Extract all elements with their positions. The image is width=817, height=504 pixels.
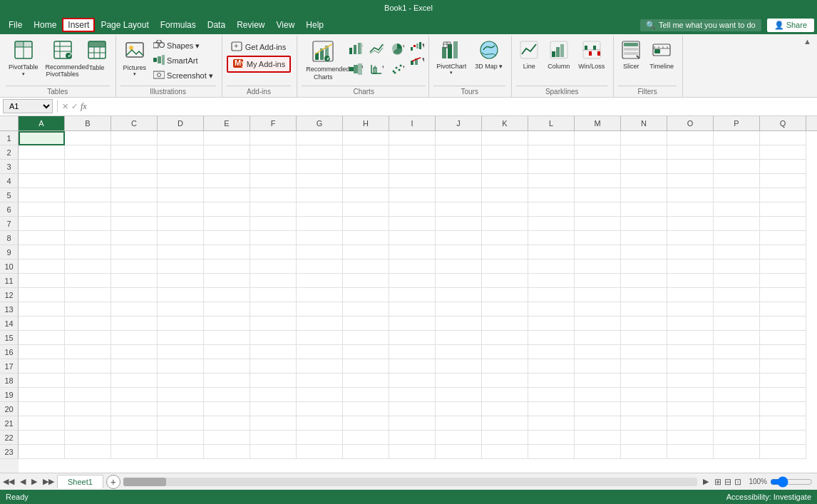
cell-I18[interactable] bbox=[389, 374, 436, 388]
cell-L6[interactable] bbox=[528, 202, 575, 217]
cell-O14[interactable] bbox=[667, 317, 714, 331]
menu-help[interactable]: Help bbox=[300, 18, 329, 32]
cell-O2[interactable] bbox=[667, 145, 714, 160]
cell-L16[interactable] bbox=[528, 345, 575, 359]
cell-I13[interactable] bbox=[389, 302, 436, 317]
get-addins-button[interactable]: + Get Add-ins bbox=[227, 40, 291, 54]
cell-H2[interactable] bbox=[343, 145, 389, 160]
cell-J13[interactable] bbox=[436, 302, 482, 317]
cell-E22[interactable] bbox=[204, 431, 250, 445]
cell-M13[interactable] bbox=[575, 302, 621, 317]
cell-J5[interactable] bbox=[436, 188, 482, 202]
col-header-l[interactable]: L bbox=[528, 116, 575, 130]
cell-reference[interactable]: A1 bbox=[3, 99, 53, 113]
cell-M12[interactable] bbox=[575, 288, 621, 302]
cell-F4[interactable] bbox=[250, 174, 297, 188]
cell-D5[interactable] bbox=[158, 188, 204, 202]
cell-B6[interactable] bbox=[65, 202, 111, 217]
cell-H19[interactable] bbox=[343, 388, 389, 402]
cell-E18[interactable] bbox=[204, 374, 250, 388]
cell-G14[interactable] bbox=[297, 317, 343, 331]
cell-N8[interactable] bbox=[621, 231, 667, 245]
cell-L7[interactable] bbox=[528, 217, 575, 231]
cell-I17[interactable] bbox=[389, 359, 436, 374]
cell-C16[interactable] bbox=[111, 345, 158, 359]
row-number-20[interactable]: 20 bbox=[0, 402, 19, 416]
cell-H20[interactable] bbox=[343, 402, 389, 416]
add-sheet-button[interactable]: + bbox=[106, 475, 120, 489]
cell-Q15[interactable] bbox=[760, 331, 806, 345]
cell-Q7[interactable] bbox=[760, 217, 806, 231]
cell-B23[interactable] bbox=[65, 445, 111, 459]
cell-Q6[interactable] bbox=[760, 202, 806, 217]
cell-O3[interactable] bbox=[667, 160, 714, 174]
cell-J17[interactable] bbox=[436, 359, 482, 374]
cell-G9[interactable] bbox=[297, 245, 343, 259]
cell-D16[interactable] bbox=[158, 345, 204, 359]
cell-C22[interactable] bbox=[111, 431, 158, 445]
cell-I21[interactable] bbox=[389, 416, 436, 431]
cell-Q8[interactable] bbox=[760, 231, 806, 245]
cell-C11[interactable] bbox=[111, 274, 158, 288]
horizontal-scrollbar[interactable] bbox=[123, 478, 698, 486]
cell-C15[interactable] bbox=[111, 331, 158, 345]
col-header-p[interactable]: P bbox=[714, 116, 760, 130]
cell-N16[interactable] bbox=[621, 345, 667, 359]
col-header-g[interactable]: G bbox=[297, 116, 343, 130]
cell-F11[interactable] bbox=[250, 274, 297, 288]
row-number-12[interactable]: 12 bbox=[0, 288, 19, 302]
cell-L8[interactable] bbox=[528, 231, 575, 245]
cell-K14[interactable] bbox=[482, 317, 528, 331]
cell-A4[interactable] bbox=[19, 174, 65, 188]
menu-page-layout[interactable]: Page Layout bbox=[95, 18, 154, 32]
cell-P17[interactable] bbox=[714, 359, 760, 374]
cell-Q14[interactable] bbox=[760, 317, 806, 331]
cell-A6[interactable] bbox=[19, 202, 65, 217]
cell-A15[interactable] bbox=[19, 331, 65, 345]
cell-O13[interactable] bbox=[667, 302, 714, 317]
cell-C6[interactable] bbox=[111, 202, 158, 217]
cell-L19[interactable] bbox=[528, 388, 575, 402]
cell-K2[interactable] bbox=[482, 145, 528, 160]
cell-H18[interactable] bbox=[343, 374, 389, 388]
cell-D6[interactable] bbox=[158, 202, 204, 217]
cell-J9[interactable] bbox=[436, 245, 482, 259]
cell-I7[interactable] bbox=[389, 217, 436, 231]
cell-O1[interactable] bbox=[667, 131, 714, 145]
cell-L2[interactable] bbox=[528, 145, 575, 160]
screenshot-button[interactable]: Screenshot ▾ bbox=[150, 68, 216, 83]
cell-Q21[interactable] bbox=[760, 416, 806, 431]
cell-B3[interactable] bbox=[65, 160, 111, 174]
cell-M5[interactable] bbox=[575, 188, 621, 202]
cell-L1[interactable] bbox=[528, 131, 575, 145]
cell-E4[interactable] bbox=[204, 174, 250, 188]
cell-P5[interactable] bbox=[714, 188, 760, 202]
cell-K20[interactable] bbox=[482, 402, 528, 416]
cell-M23[interactable] bbox=[575, 445, 621, 459]
cell-G4[interactable] bbox=[297, 174, 343, 188]
cell-G21[interactable] bbox=[297, 416, 343, 431]
cell-G5[interactable] bbox=[297, 188, 343, 202]
pivot-table-button[interactable]: PivotTable ▾ bbox=[6, 37, 41, 80]
formula-input[interactable] bbox=[90, 102, 814, 110]
cell-L4[interactable] bbox=[528, 174, 575, 188]
cell-A5[interactable] bbox=[19, 188, 65, 202]
cell-D10[interactable] bbox=[158, 259, 204, 274]
cell-H17[interactable] bbox=[343, 359, 389, 374]
col-header-a[interactable]: A bbox=[19, 116, 65, 130]
cell-J22[interactable] bbox=[436, 431, 482, 445]
cell-B21[interactable] bbox=[65, 416, 111, 431]
cell-D1[interactable] bbox=[158, 131, 204, 145]
ribbon-collapse[interactable]: ▲ bbox=[801, 36, 814, 97]
cell-J15[interactable] bbox=[436, 331, 482, 345]
col-header-d[interactable]: D bbox=[158, 116, 204, 130]
cell-O6[interactable] bbox=[667, 202, 714, 217]
line-sparkline-button[interactable]: Line bbox=[516, 37, 542, 73]
cell-C17[interactable] bbox=[111, 359, 158, 374]
cell-N13[interactable] bbox=[621, 302, 667, 317]
cell-A11[interactable] bbox=[19, 274, 65, 288]
row-number-16[interactable]: 16 bbox=[0, 345, 19, 359]
cell-I4[interactable] bbox=[389, 174, 436, 188]
cell-N5[interactable] bbox=[621, 188, 667, 202]
cell-I6[interactable] bbox=[389, 202, 436, 217]
